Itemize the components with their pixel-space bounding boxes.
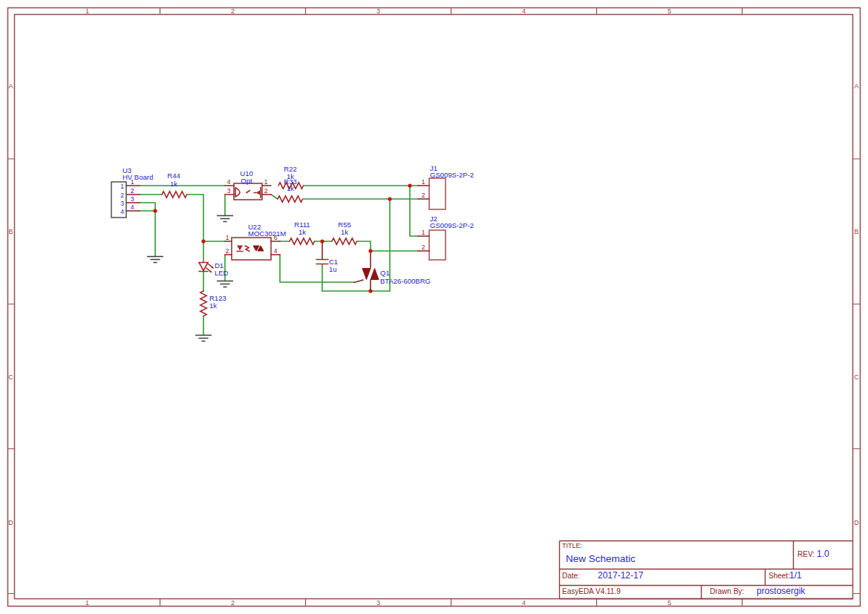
ground-symbol xyxy=(147,257,163,263)
wire xyxy=(271,195,278,199)
pin-name: 1 xyxy=(120,183,124,190)
frame-col-label: 4 xyxy=(522,7,526,15)
pin-number: 2 xyxy=(226,247,229,255)
frame-col-label: 1 xyxy=(85,599,89,607)
frame-col-label: 5 xyxy=(668,599,671,607)
sheet-value: 1/1 xyxy=(789,570,802,581)
component-value: 1u xyxy=(329,265,337,273)
ref-designator: C1 xyxy=(329,258,338,266)
frame-col-label: 3 xyxy=(376,7,380,15)
component-value: 1k xyxy=(298,228,306,236)
frame-row-label: C xyxy=(854,373,859,381)
pin-number: 1 xyxy=(422,229,425,236)
component-value: 1k xyxy=(209,301,217,310)
ground-symbol xyxy=(217,216,233,222)
resistor-symbol xyxy=(278,196,303,202)
component-value: Opt xyxy=(241,177,252,185)
ground-symbol xyxy=(217,281,233,287)
wire xyxy=(357,241,371,251)
component-r44: R44 1k xyxy=(162,172,187,197)
triac-symbol xyxy=(371,269,379,280)
frame-row-label: B xyxy=(854,228,858,235)
pin-number: 2 xyxy=(422,244,425,251)
ref-designator: Q1 xyxy=(380,269,390,277)
component-value: 1k xyxy=(287,184,294,192)
junction-dot xyxy=(368,249,372,252)
junction-dot xyxy=(408,183,411,187)
component-r123: R123 1k xyxy=(200,291,226,316)
led-symbol xyxy=(199,263,208,271)
frame-col-label: 1 xyxy=(85,7,89,15)
junction-dot xyxy=(153,209,157,212)
frame-col-label: 4 xyxy=(522,599,526,607)
frame-row-label: D xyxy=(8,519,13,526)
frame-col-label: 2 xyxy=(231,599,235,607)
triac-symbol xyxy=(362,269,371,280)
sheet-label: Sheet: xyxy=(769,572,790,580)
wire xyxy=(280,255,354,282)
tool-version: EasyEDA V4.11.9 xyxy=(562,587,621,595)
component-j1: 1 2 J1 GS009S-2P-2 xyxy=(418,164,474,210)
rev-value: 1.0 xyxy=(817,549,829,559)
pin-number: 1 xyxy=(226,234,229,241)
component-value: BTA26-600BRG xyxy=(380,277,431,285)
schematic-title: New Schematic xyxy=(566,553,636,564)
sheet-frame: 1 2 3 4 5 1 2 3 4 5 A B C D A B C D xyxy=(8,7,861,607)
junction-dot xyxy=(388,197,391,200)
pin-number: 4 xyxy=(274,247,278,255)
pin-number: 1 xyxy=(264,178,268,186)
pin-name: 2 xyxy=(120,192,124,199)
component-q1: Q1 BTA26-600BRG xyxy=(354,251,431,291)
component-r55: R55 1k xyxy=(332,221,357,244)
title-label: TITLE: xyxy=(562,542,582,549)
component-value: GS009S-2P-2 xyxy=(430,221,474,229)
pin-number: 2 xyxy=(422,192,425,199)
schematic-canvas: 1 2 3 4 5 1 2 3 4 5 A B C D A B C D xyxy=(0,0,868,614)
pin-number: 2 xyxy=(131,187,134,195)
component-u22: 1 2 6 4 U22 MOC3021M xyxy=(225,223,286,261)
resistor-symbol xyxy=(332,238,357,244)
u22-body xyxy=(232,238,271,260)
resistor-symbol xyxy=(200,291,206,316)
frame-row-label: A xyxy=(854,82,858,90)
component-r33: R33 1k xyxy=(278,177,303,202)
pin-number: 3 xyxy=(227,187,231,195)
drawn-by-label: Drawn By: xyxy=(710,587,744,595)
frame-outer-border xyxy=(8,8,861,607)
date-label: Date: xyxy=(562,572,580,580)
drawn-by-value: prostosergik xyxy=(757,586,806,596)
junction-dot xyxy=(320,239,324,243)
pin-name: 3 xyxy=(120,200,124,207)
j2-body xyxy=(429,230,446,260)
component-value: LED xyxy=(215,269,229,277)
component-r111: R111 1k xyxy=(290,221,315,244)
rev-label: REV: xyxy=(797,550,815,558)
frame-inner-border xyxy=(15,15,853,599)
wire xyxy=(187,195,203,241)
frame-ticks-bottom xyxy=(160,599,743,607)
resistor-symbol xyxy=(162,192,187,197)
component-u10: 4 3 1 2 U10 Opt xyxy=(225,169,271,200)
frame-ticks-top xyxy=(160,8,743,15)
pin-number: 2 xyxy=(264,187,268,195)
pin-number: 1 xyxy=(422,178,425,186)
frame-row-label: C xyxy=(8,373,13,381)
u3-body xyxy=(111,182,126,218)
title-block: TITLE: New Schematic REV: 1.0 Date: 2017… xyxy=(560,541,853,599)
component-value: MOC3021M xyxy=(248,229,286,238)
component-c1: C1 1u xyxy=(316,241,338,273)
resistor-symbol xyxy=(290,238,315,244)
schematic-sheet: 1 2 3 4 5 1 2 3 4 5 A B C D A B C D xyxy=(0,0,868,614)
j1-body xyxy=(429,178,446,209)
ref-designator: R44 xyxy=(167,172,180,180)
ground-symbol xyxy=(195,336,212,342)
component-value: HV Board xyxy=(123,173,153,181)
frame-col-label: 2 xyxy=(231,7,235,15)
frame-col-label: 3 xyxy=(376,599,380,607)
date-value: 2017-12-17 xyxy=(598,570,644,581)
frame-row-label: B xyxy=(8,228,13,235)
frame-col-label: 5 xyxy=(668,7,671,15)
wire xyxy=(410,186,418,236)
component-value: 1k xyxy=(341,228,348,236)
component-value: GS009S-2P-2 xyxy=(430,171,474,179)
